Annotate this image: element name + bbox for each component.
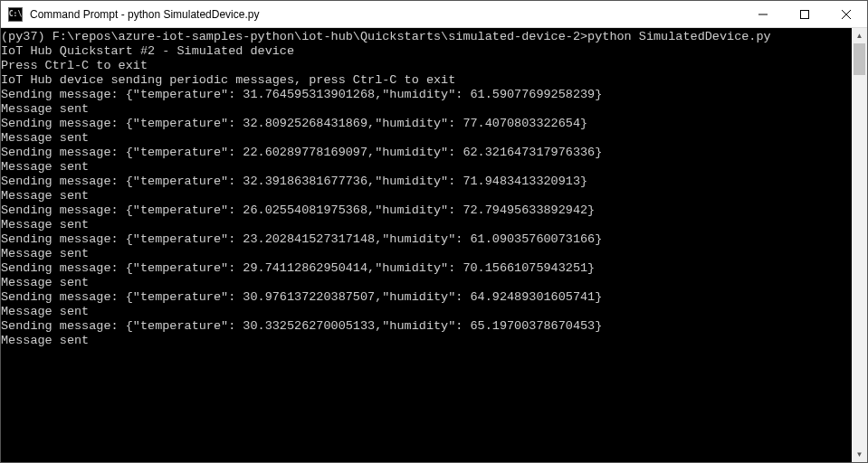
scroll-thumb[interactable] <box>854 43 865 75</box>
scroll-down-button[interactable]: ▼ <box>852 447 867 462</box>
terminal-line: Message sent <box>1 247 852 261</box>
terminal-line: (py37) F:\repos\azure-iot-samples-python… <box>1 30 852 44</box>
terminal-line: Press Ctrl-C to exit <box>1 59 852 73</box>
maximize-button[interactable] <box>784 1 825 27</box>
terminal-output[interactable]: (py37) F:\repos\azure-iot-samples-python… <box>1 28 852 462</box>
terminal-line: Sending message: {"temperature": 29.7411… <box>1 261 852 276</box>
terminal-line: Sending message: {"temperature": 22.6028… <box>1 146 852 160</box>
svg-rect-1 <box>801 10 809 18</box>
terminal-line: Sending message: {"temperature": 32.3918… <box>1 175 852 189</box>
terminal-line: Sending message: {"temperature": 30.3325… <box>1 319 852 334</box>
terminal-line: Message sent <box>1 334 852 348</box>
window-title: Command Prompt - python SimulatedDevice.… <box>30 8 742 21</box>
terminal-line: Message sent <box>1 305 852 319</box>
terminal-line: Sending message: {"temperature": 26.0255… <box>1 203 852 218</box>
terminal-line: IoT Hub Quickstart #2 - Simulated device <box>1 44 852 59</box>
terminal-line: IoT Hub device sending periodic messages… <box>1 73 852 88</box>
scroll-track[interactable] <box>852 43 867 447</box>
vertical-scrollbar[interactable]: ▲ ▼ <box>852 28 867 462</box>
terminal-line: Sending message: {"temperature": 23.2028… <box>1 232 852 247</box>
cmd-icon: C:\ <box>8 7 23 22</box>
terminal-line: Message sent <box>1 160 852 175</box>
command-prompt-window: C:\ Command Prompt - python SimulatedDev… <box>0 0 868 463</box>
close-button[interactable] <box>825 1 867 27</box>
scroll-up-button[interactable]: ▲ <box>852 28 867 43</box>
terminal-line: Sending message: {"temperature": 32.8092… <box>1 117 852 131</box>
terminal-line: Message sent <box>1 189 852 203</box>
terminal-line: Message sent <box>1 218 852 232</box>
titlebar[interactable]: C:\ Command Prompt - python SimulatedDev… <box>1 1 867 28</box>
terminal-line: Sending message: {"temperature": 30.9761… <box>1 290 852 305</box>
terminal-line: Message sent <box>1 131 852 146</box>
terminal-line: Message sent <box>1 276 852 290</box>
terminal-line: Message sent <box>1 102 852 117</box>
terminal-area: (py37) F:\repos\azure-iot-samples-python… <box>1 28 867 462</box>
terminal-line: Sending message: {"temperature": 31.7645… <box>1 88 852 102</box>
window-controls <box>742 1 867 27</box>
minimize-button[interactable] <box>742 1 784 27</box>
